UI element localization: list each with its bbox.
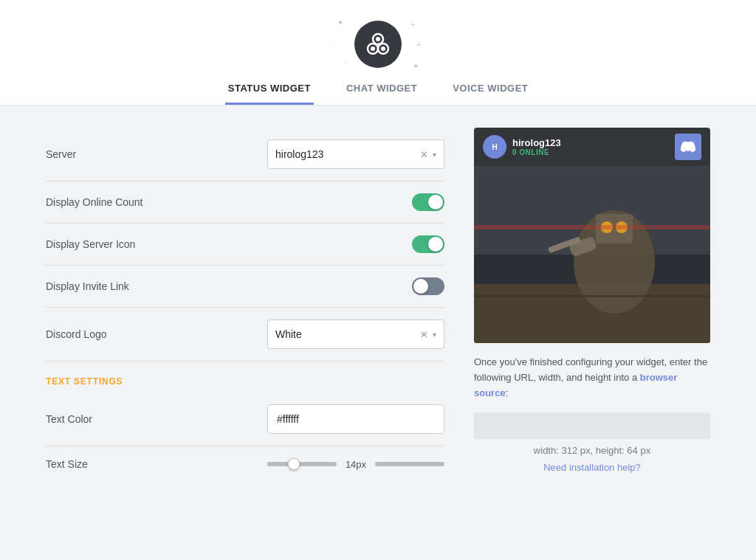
preview-discord-logo xyxy=(675,134,701,160)
tab-navigation: STATUS WIDGET CHAT WIDGET VOICE WIDGET xyxy=(196,74,561,105)
installation-help-link[interactable]: Need installation help? xyxy=(474,462,710,473)
display-icon-row: Display Server Icon xyxy=(46,224,444,266)
server-row: Server hirolog123 ✕ ▾ xyxy=(46,128,444,182)
text-size-label: Text Size xyxy=(46,458,208,470)
tab-chat-widget[interactable]: CHAT WIDGET xyxy=(343,74,420,105)
svg-point-3 xyxy=(376,37,380,41)
display-invite-toggle-knob xyxy=(413,279,428,294)
sparkle-decoration: + xyxy=(416,41,421,49)
text-color-input-wrapper xyxy=(267,404,444,434)
tab-status-widget[interactable]: STATUS WIDGET xyxy=(225,74,314,105)
display-online-label: Display Online Count xyxy=(46,196,208,208)
app-logo xyxy=(354,21,402,68)
preview-header-bar: H hirolog123 0 ONLINE xyxy=(474,128,710,166)
text-size-control: 14px xyxy=(208,459,444,470)
discord-logo-control: White ✕ ▾ xyxy=(208,319,444,349)
text-size-slider-container: 14px xyxy=(267,459,444,470)
display-invite-control xyxy=(208,277,444,295)
server-control: hirolog123 ✕ ▾ xyxy=(208,139,444,169)
svg-point-4 xyxy=(371,46,375,51)
display-invite-label: Display Invite Link xyxy=(46,280,208,292)
main-content: Server hirolog123 ✕ ▾ Display Online Cou… xyxy=(16,106,740,504)
discord-logo-clear-icon[interactable]: ✕ xyxy=(420,329,428,340)
discord-logo-row: Discord Logo White ✕ ▾ xyxy=(46,308,444,362)
info-paragraph: Once you've finished configuring your wi… xyxy=(474,355,710,401)
discord-logo-select[interactable]: White ✕ ▾ xyxy=(267,319,444,349)
server-label: Server xyxy=(46,148,208,160)
text-size-slider-fill-right xyxy=(375,462,444,466)
preview-online-count: 0 ONLINE xyxy=(512,148,669,156)
text-size-slider-thumb[interactable] xyxy=(288,458,300,470)
text-color-input[interactable] xyxy=(277,413,435,425)
discord-logo-arrow-icon: ▾ xyxy=(433,331,436,339)
discord-icon xyxy=(681,139,695,154)
display-online-toggle[interactable] xyxy=(412,193,444,211)
svg-point-5 xyxy=(381,46,385,51)
display-online-toggle-knob xyxy=(428,195,443,210)
logo-area: ✦ + · ✦ · + xyxy=(334,15,422,74)
info-text-suffix: : xyxy=(506,387,509,398)
text-size-slider-track-right xyxy=(375,462,444,466)
display-invite-toggle-track xyxy=(412,277,444,295)
display-online-control xyxy=(208,193,444,211)
display-online-toggle-track xyxy=(412,193,444,211)
display-icon-control xyxy=(208,235,444,253)
sparkle-decoration: · xyxy=(345,58,347,66)
text-color-control xyxy=(208,404,444,434)
sparkle-decoration: ✦ xyxy=(413,62,419,70)
discord-logo-label: Discord Logo xyxy=(46,328,208,340)
sparkle-decoration: · xyxy=(335,41,337,49)
svg-rect-16 xyxy=(474,295,710,297)
server-select-value: hirolog123 xyxy=(275,148,420,160)
preview-server-avatar: H xyxy=(483,135,506,159)
display-icon-toggle-track xyxy=(412,235,444,253)
server-select[interactable]: hirolog123 ✕ ▾ xyxy=(267,139,444,169)
server-select-clear-icon[interactable]: ✕ xyxy=(420,149,428,160)
page-header: ✦ + · ✦ · + STATUS WIDGET CHAT WIDGET VO… xyxy=(0,0,756,106)
preview-server-name: hirolog123 xyxy=(512,137,669,148)
obs-logo-icon xyxy=(363,30,393,59)
display-invite-toggle[interactable] xyxy=(412,277,444,295)
text-color-row: Text Color xyxy=(46,393,444,446)
sparkle-decoration: + xyxy=(410,21,415,29)
discord-logo-select-value: White xyxy=(275,328,420,340)
display-invite-row: Display Invite Link xyxy=(46,266,444,308)
sparkle-decoration: ✦ xyxy=(337,18,343,27)
text-size-row: Text Size 14px xyxy=(46,446,444,482)
url-display-bar xyxy=(474,412,710,439)
server-select-arrow-icon: ▾ xyxy=(433,151,436,159)
display-online-row: Display Online Count xyxy=(46,182,444,224)
preview-panel: H hirolog123 0 ONLINE xyxy=(474,128,710,482)
settings-panel: Server hirolog123 ✕ ▾ Display Online Cou… xyxy=(46,128,444,482)
display-icon-toggle-knob xyxy=(428,237,443,252)
display-icon-label: Display Server Icon xyxy=(46,238,208,250)
tab-voice-widget[interactable]: VOICE WIDGET xyxy=(450,74,531,105)
dimensions-display: width: 312 px, height: 64 px xyxy=(474,445,710,456)
display-icon-toggle[interactable] xyxy=(412,235,444,253)
text-size-value: 14px xyxy=(344,459,368,470)
text-settings-header: TEXT SETTINGS xyxy=(46,376,444,387)
svg-rect-15 xyxy=(474,225,710,229)
preview-game-image xyxy=(474,166,710,343)
text-color-label: Text Color xyxy=(46,413,208,425)
preview-server-info: hirolog123 0 ONLINE xyxy=(512,137,669,156)
text-size-slider-track xyxy=(267,462,337,466)
widget-preview: H hirolog123 0 ONLINE xyxy=(474,128,710,343)
preview-game-graphic xyxy=(474,166,710,343)
